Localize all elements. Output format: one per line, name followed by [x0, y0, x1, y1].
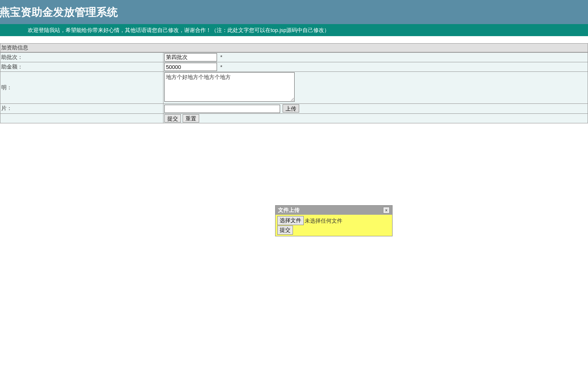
- amount-required: *: [220, 64, 222, 70]
- upload-button[interactable]: 上传: [283, 104, 299, 113]
- file-cell: 上传: [163, 104, 588, 114]
- form-row-file: 片： 上传: [0, 104, 588, 114]
- detail-textarea[interactable]: 地方个好地方个地方个地方: [164, 72, 295, 102]
- welcome-bar: 欢迎登陆我站，希望能给你带来好心情，其他话语请您自己修改，谢谢合作！（注：此处文…: [0, 24, 588, 36]
- page-title: 燕宝资助金发放管理系统: [0, 5, 118, 20]
- form-row-detail: 明： 地方个好地方个地方个地方: [0, 72, 588, 104]
- amount-input[interactable]: [164, 63, 217, 71]
- batch-input[interactable]: [164, 53, 217, 61]
- batch-label: 助批次：: [0, 53, 163, 62]
- amount-label: 助金额：: [0, 62, 163, 72]
- batch-required: *: [220, 54, 222, 60]
- file-label: 片：: [0, 104, 163, 114]
- amount-cell: *: [163, 62, 588, 72]
- section-title: 加资助信息: [0, 43, 588, 52]
- submit-button[interactable]: 提交: [164, 114, 181, 123]
- form-row-batch: 助批次： *: [0, 53, 588, 62]
- file-path-input[interactable]: [164, 105, 280, 113]
- form-section: 加资助信息 助批次： * 助金额： * 明： 地方个好地方个地方个地方 片：: [0, 43, 588, 123]
- batch-cell: *: [163, 53, 588, 62]
- detail-label: 明：: [0, 72, 163, 104]
- form-table: 助批次： * 助金额： * 明： 地方个好地方个地方个地方 片： 上传: [0, 52, 588, 123]
- form-row-buttons: 提交 重置: [0, 113, 588, 123]
- buttons-label-cell: [0, 113, 163, 123]
- buttons-cell: 提交 重置: [163, 113, 588, 123]
- detail-cell: 地方个好地方个地方个地方: [163, 72, 588, 104]
- form-row-amount: 助金额： *: [0, 62, 588, 72]
- reset-button[interactable]: 重置: [183, 114, 199, 123]
- page-header: 燕宝资助金发放管理系统: [0, 0, 588, 24]
- welcome-text: 欢迎登陆我站，希望能给你带来好心情，其他话语请您自己修改，谢谢合作！（注：此处文…: [28, 27, 329, 34]
